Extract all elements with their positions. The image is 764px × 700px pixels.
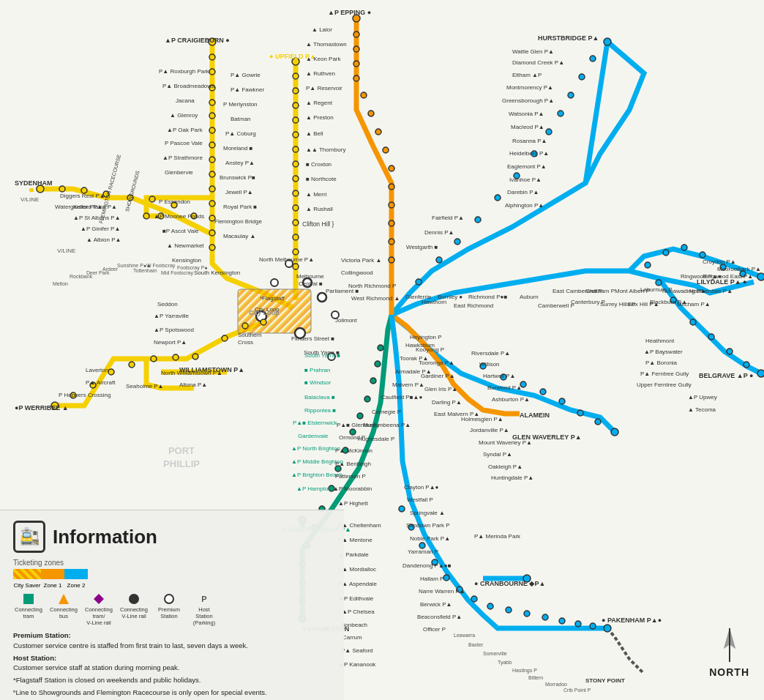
svg-text:Watsonia P▲: Watsonia P▲ xyxy=(509,111,544,117)
svg-text:Mount Waverley P▲: Mount Waverley P▲ xyxy=(479,439,532,446)
svg-text:PHILLIP: PHILLIP xyxy=(163,458,200,469)
svg-point-14 xyxy=(209,54,215,60)
svg-point-96 xyxy=(744,362,749,368)
svg-text:Seddon: Seddon xyxy=(157,301,178,308)
svg-text:▲P Highett: ▲P Highett xyxy=(338,500,368,507)
info-title: Information xyxy=(53,526,157,548)
svg-text:P▲ Merinda Park: P▲ Merinda Park xyxy=(474,533,521,540)
svg-point-40 xyxy=(293,234,299,240)
svg-text:Morradoo: Morradoo xyxy=(545,682,567,687)
svg-text:P Merlynston: P Merlynston xyxy=(223,101,258,108)
svg-text:P▲ Cheltenham: P▲ Cheltenham xyxy=(338,522,381,529)
svg-text:▲ Rushall: ▲ Rushall xyxy=(306,206,333,212)
svg-text:▲P Hampton: ▲P Hampton xyxy=(296,485,332,492)
svg-text:Dandenong P▲●■: Dandenong P▲●■ xyxy=(402,562,452,569)
svg-text:▲ Preston: ▲ Preston xyxy=(306,114,334,121)
svg-point-111 xyxy=(590,623,596,629)
svg-point-85 xyxy=(454,239,460,245)
svg-text:Heidelberg P▲: Heidelberg P▲ xyxy=(509,150,549,157)
svg-point-102 xyxy=(611,428,618,436)
host-station-text: Customer service staff at station during… xyxy=(13,663,179,671)
svg-text:Ardeer: Ardeer xyxy=(102,267,119,272)
svg-point-112 xyxy=(575,621,581,627)
svg-point-37 xyxy=(293,190,299,196)
svg-text:City Loop: City Loop xyxy=(249,309,280,316)
legend-connecting-bus: Connectingbus xyxy=(48,593,79,619)
svg-text:Jewell P▲: Jewell P▲ xyxy=(225,189,253,196)
svg-text:●P WERRIBEE ▲: ●P WERRIBEE ▲ xyxy=(15,404,69,412)
svg-text:Leawarra: Leawarra xyxy=(454,633,475,638)
svg-text:▲P Upwey: ▲P Upwey xyxy=(688,394,717,401)
svg-text:Clayton P▲●: Clayton P▲● xyxy=(404,484,439,491)
svg-text:Beaconsfield P▲: Beaconsfield P▲ xyxy=(417,614,462,620)
premium-station-text: Customer service centre is staffed from … xyxy=(13,641,248,649)
svg-point-69 xyxy=(357,413,363,419)
svg-point-18 xyxy=(209,113,215,119)
svg-point-8 xyxy=(271,279,278,286)
svg-point-72 xyxy=(375,361,381,367)
svg-point-105 xyxy=(559,398,565,404)
svg-text:▲ Tecoma: ▲ Tecoma xyxy=(688,406,716,413)
svg-text:Altona P▲: Altona P▲ xyxy=(179,381,207,388)
svg-text:Crib Point P: Crib Point P xyxy=(563,688,591,693)
svg-text:Darebin P▲: Darebin P▲ xyxy=(507,189,539,196)
svg-text:P▲ Aircraft: P▲ Aircraft xyxy=(86,379,116,386)
svg-point-33 xyxy=(293,132,299,138)
svg-point-117 xyxy=(487,603,493,609)
svg-text:Westgarth ■: Westgarth ■ xyxy=(406,244,438,250)
svg-text:P▲ Bentleigh: P▲ Bentleigh xyxy=(335,461,371,467)
svg-text:● PAKENHAM P▲●: ● PAKENHAM P▲● xyxy=(602,617,662,624)
svg-point-38 xyxy=(293,205,299,211)
svg-text:▲P Yarraville: ▲P Yarraville xyxy=(154,313,189,319)
svg-point-86 xyxy=(436,257,442,263)
svg-text:P▲ Reservoir: P▲ Reservoir xyxy=(306,85,342,92)
svg-point-124 xyxy=(399,506,405,512)
svg-text:▲ Ruthven: ▲ Ruthven xyxy=(306,70,335,77)
svg-text:P▲ Boronia: P▲ Boronia xyxy=(645,360,678,366)
info-title-row: 🚉 Information xyxy=(13,521,331,553)
svg-text:Wattle Glen P▲: Wattle Glen P▲ xyxy=(512,48,554,55)
svg-text:▲P Oak Park: ▲P Oak Park xyxy=(167,127,203,133)
svg-point-56 xyxy=(389,239,394,245)
svg-text:Mitcham P▲: Mitcham P▲ xyxy=(677,301,711,308)
svg-point-75 xyxy=(604,38,611,45)
svg-point-26 xyxy=(209,230,215,236)
svg-text:Mid Footscray: Mid Footscray xyxy=(161,270,193,276)
svg-text:P▲ Gowrie: P▲ Gowrie xyxy=(231,72,261,78)
svg-text:East Richmond: East Richmond xyxy=(454,302,493,309)
svg-point-51 xyxy=(383,147,389,153)
svg-point-130 xyxy=(129,362,135,368)
svg-text:● CRANBOURNE ◆P▲: ● CRANBOURNE ◆P▲ xyxy=(474,580,545,587)
svg-text:Oakleigh P▲: Oakleigh P▲ xyxy=(488,463,523,470)
svg-text:Southern: Southern xyxy=(238,332,261,338)
svg-text:Laverton: Laverton xyxy=(86,367,108,373)
legend-premium-station: PremiumStation xyxy=(154,593,184,619)
svg-point-54 xyxy=(389,202,394,208)
svg-point-84 xyxy=(475,217,481,223)
svg-text:▲ Glenroy: ▲ Glenroy xyxy=(170,112,198,119)
svg-text:Heyington P: Heyington P xyxy=(410,334,442,340)
svg-text:Rosanna P▲: Rosanna P▲ xyxy=(512,138,547,144)
svg-text:Clifton Hill }: Clifton Hill } xyxy=(302,220,334,228)
svg-text:SYDENHAM: SYDENHAM xyxy=(15,179,53,187)
svg-point-30 xyxy=(293,88,299,94)
svg-text:Officer P: Officer P xyxy=(423,626,446,633)
svg-text:▲P North Brighton: ▲P North Brighton xyxy=(291,445,340,452)
svg-text:ALAMEIN: ALAMEIN xyxy=(520,412,550,419)
svg-text:West Richmond ▲: West Richmond ▲ xyxy=(351,295,400,302)
svg-text:Holmesglen P▲: Holmesglen P▲ xyxy=(461,416,503,422)
svg-text:Glen Iris P▲: Glen Iris P▲ xyxy=(424,386,457,392)
svg-text:Macaulay ▲: Macaulay ▲ xyxy=(223,233,255,239)
legend-connecting-vline: ConnectingV-Line rail xyxy=(119,593,149,619)
svg-text:Newport P▲: Newport P▲ xyxy=(154,339,187,346)
svg-text:Carrum: Carrum xyxy=(342,634,362,641)
svg-point-47 xyxy=(353,75,359,81)
svg-text:Macleod P▲: Macleod P▲ xyxy=(511,124,544,130)
svg-text:Toorak P▲: Toorak P▲ xyxy=(400,355,429,362)
svg-point-41 xyxy=(293,249,299,255)
svg-point-120 xyxy=(443,575,449,581)
svg-text:BELGRAVE ▲P ●: BELGRAVE ▲P ● xyxy=(699,372,754,379)
svg-point-98 xyxy=(708,334,714,340)
svg-text:Montmorency P▲: Montmorency P▲ xyxy=(506,84,553,91)
svg-text:P Essendon: P Essendon xyxy=(159,198,190,205)
